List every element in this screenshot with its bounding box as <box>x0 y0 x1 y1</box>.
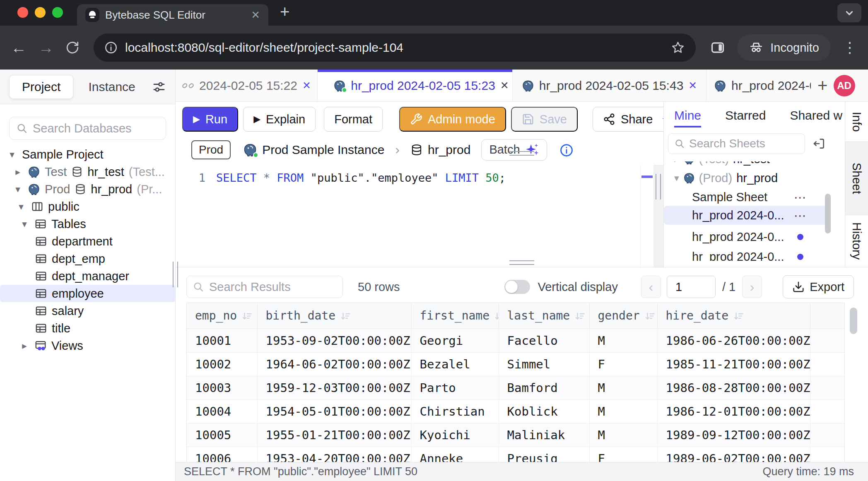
editor-top-resize-handle[interactable] <box>509 151 534 156</box>
next-page-button[interactable]: › <box>742 276 762 298</box>
tab-project[interactable]: Project <box>9 75 73 99</box>
cell-gender[interactable]: F <box>589 352 657 376</box>
run-button[interactable]: ▶ Run <box>182 107 238 132</box>
cell-emp-no[interactable]: 10002 <box>187 352 257 376</box>
cell-birth-date[interactable]: 1959-12-03T00:00:00Z <box>257 376 411 399</box>
cell-last-name[interactable]: Facello <box>499 329 589 352</box>
cell-hire-date[interactable]: 1986-06-26T00:00:00Z <box>657 329 810 352</box>
tree-item-table-employee[interactable]: employee <box>0 285 175 302</box>
sidebar-resize-handle[interactable] <box>173 262 178 287</box>
cell-emp-no[interactable]: 10005 <box>187 423 257 447</box>
cell-birth-date[interactable]: 1953-09-02T00:00:00Z <box>257 329 411 352</box>
cell-birth-date[interactable]: 1954-05-01T00:00:00Z <box>257 399 411 423</box>
new-tab-button[interactable]: + <box>280 2 289 21</box>
col-header-emp-no[interactable]: emp_no <box>187 303 257 329</box>
search-sheets-input[interactable] <box>689 137 799 150</box>
window-controls[interactable] <box>17 7 63 18</box>
export-button[interactable]: Export <box>783 275 854 298</box>
sheets-scrollbar[interactable] <box>825 194 831 233</box>
caret-right-icon[interactable]: ▸ <box>19 340 30 351</box>
sql-code-line[interactable]: SELECT * FROM "public"."employee" LIMIT … <box>216 171 506 184</box>
cell-last-name[interactable]: Koblick <box>499 399 589 423</box>
tab-shared[interactable]: Shared w <box>790 108 842 127</box>
caret-right-icon[interactable]: ▸ <box>12 166 23 178</box>
browser-menu-button[interactable]: ⋮ <box>842 39 857 56</box>
cell-emp-no[interactable]: 10004 <box>187 399 257 423</box>
sheet-group-partial[interactable]: ▸ (Test) hr_test <box>664 161 770 168</box>
explain-button[interactable]: ▶ Explain <box>243 107 316 132</box>
cell-first-name[interactable]: Bezalel <box>411 352 499 376</box>
sheet-tab-4[interactable]: hr_prod 2024-0 <box>706 70 811 101</box>
caret-down-icon[interactable]: ▾ <box>16 201 27 212</box>
tree-item-table-dept-manager[interactable]: dept_manager <box>0 267 175 285</box>
sheet-menu-button[interactable]: ⋯ <box>794 208 807 223</box>
bookmark-star-icon[interactable] <box>671 41 685 55</box>
tree-item-table-department[interactable]: department <box>0 233 175 250</box>
sort-icon[interactable] <box>733 311 744 322</box>
sort-icon[interactable] <box>645 311 656 322</box>
save-button[interactable]: Save <box>511 107 578 132</box>
cell-first-name[interactable]: Chirstian <box>411 399 499 423</box>
sheets-search[interactable] <box>668 133 805 154</box>
sort-icon[interactable] <box>494 311 499 322</box>
results-resize-handle[interactable] <box>509 260 534 265</box>
cell-last-name[interactable]: Simmel <box>499 352 589 376</box>
cell-hire-date[interactable]: 1989-06-02T00:00:00Z <box>657 447 810 462</box>
cell-gender[interactable]: M <box>589 423 657 447</box>
cell-hire-date[interactable]: 1989-09-12T00:00:00Z <box>657 423 810 447</box>
col-header-birth-date[interactable]: birth_date <box>257 303 411 329</box>
format-button[interactable]: Format <box>324 107 383 132</box>
database-search[interactable] <box>9 117 166 140</box>
caret-down-icon[interactable]: ▾ <box>12 184 23 195</box>
search-databases-input[interactable] <box>33 122 159 135</box>
cell-gender[interactable]: M <box>589 399 657 423</box>
connection-info-button[interactable] <box>559 142 574 157</box>
instance-name[interactable]: Prod Sample Instance <box>262 143 384 157</box>
browser-tab[interactable]: Bytebase SQL Editor ✕ <box>77 4 268 26</box>
close-sheet-icon[interactable]: ✕ <box>302 79 311 91</box>
tree-item-table-dept-emp[interactable]: dept_emp <box>0 250 175 267</box>
collapse-panel-button[interactable] <box>813 137 826 150</box>
sheet-item[interactable]: hr_prod 2024-0... <box>664 248 829 261</box>
maximize-window-button[interactable] <box>52 7 63 18</box>
cell-gender[interactable]: M <box>589 376 657 399</box>
vertical-display-toggle[interactable] <box>504 280 530 294</box>
cell-emp-no[interactable]: 10003 <box>187 376 257 399</box>
sort-icon[interactable] <box>340 311 351 322</box>
new-sheet-button[interactable]: + <box>817 76 828 96</box>
cell-emp-no[interactable]: 10006 <box>187 447 257 462</box>
site-info-icon[interactable] <box>104 41 118 54</box>
sheet-menu-button[interactable]: ⋯ <box>794 190 807 204</box>
side-tab-info[interactable]: Info <box>845 102 868 142</box>
cell-gender[interactable]: F <box>589 447 657 462</box>
tree-item-schema-public[interactable]: ▾ public <box>0 198 175 215</box>
side-tab-history[interactable]: History <box>845 215 868 267</box>
back-button[interactable]: ← <box>11 40 27 55</box>
table-row[interactable]: 10005 1955-01-21T00:00:00Z Kyoichi Malin… <box>187 423 845 447</box>
tab-search-button[interactable] <box>837 3 861 22</box>
page-number-input[interactable] <box>667 276 716 298</box>
tree-item-hr-test[interactable]: ▸ Test hr_test (Test... <box>0 163 175 180</box>
admin-mode-button[interactable]: Admin mode <box>399 107 506 132</box>
close-sheet-icon[interactable]: ✕ <box>688 79 697 91</box>
caret-down-icon[interactable]: ▾ <box>7 149 17 160</box>
cell-birth-date[interactable]: 1964-06-02T00:00:00Z <box>257 352 411 376</box>
environment-chip[interactable]: Prod <box>191 140 231 159</box>
cell-last-name[interactable]: Bamford <box>499 376 589 399</box>
filter-button[interactable] <box>152 80 166 94</box>
table-row[interactable]: 10002 1964-06-02T00:00:00Z Bezalel Simme… <box>187 352 845 376</box>
sheet-tab-3[interactable]: hr_prod 2024-02-05 15:43 ✕ <box>513 70 706 101</box>
tree-item-tables-group[interactable]: ▾ Tables <box>0 215 175 233</box>
tree-item-hr-prod[interactable]: ▾ Prod hr_prod (Pr... <box>0 180 175 198</box>
sheet-item-selected[interactable]: hr_prod 2024-0... ⋯ <box>664 206 829 225</box>
sheet-group-prod[interactable]: ▾ (Prod) hr_prod <box>664 169 778 187</box>
tab-instance[interactable]: Instance <box>88 80 135 94</box>
sort-icon[interactable] <box>242 311 253 322</box>
cell-last-name[interactable]: Maliniak <box>499 423 589 447</box>
tab-mine[interactable]: Mine <box>674 108 701 127</box>
prev-page-button[interactable]: ‹ <box>641 276 661 298</box>
user-avatar[interactable]: AD <box>834 75 855 96</box>
cell-last-name[interactable]: Preusig <box>499 447 589 462</box>
close-tab-icon[interactable]: ✕ <box>251 9 260 22</box>
cell-birth-date[interactable]: 1955-01-21T00:00:00Z <box>257 423 411 447</box>
